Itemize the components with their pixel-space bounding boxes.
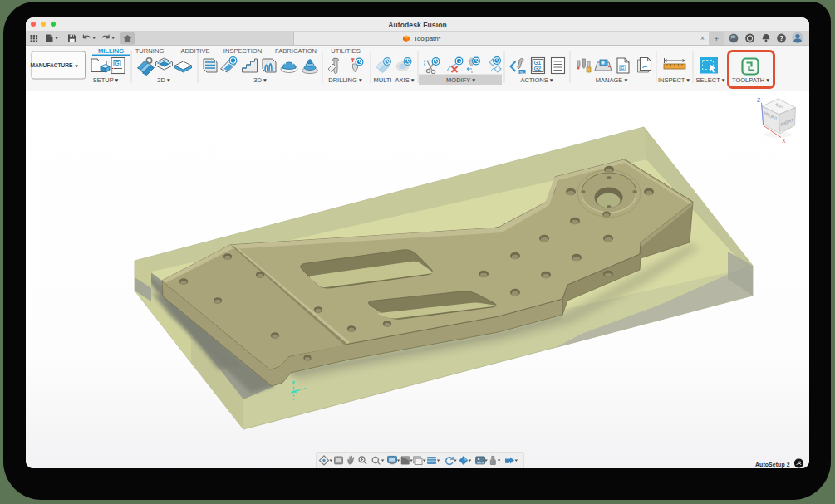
svg-text:MODIFY ▾: MODIFY ▾: [446, 76, 475, 84]
svg-text:ACTIONS ▾: ACTIONS ▾: [520, 76, 553, 84]
svg-text:FABRICATION: FABRICATION: [275, 47, 317, 55]
svg-text:G2: G2: [534, 66, 542, 71]
svg-text:NC: NC: [520, 71, 526, 75]
svg-text:TOOLPATH ▾: TOOLPATH ▾: [732, 76, 769, 84]
svg-text:UTILITIES: UTILITIES: [331, 47, 360, 55]
svg-text:G: G: [115, 61, 120, 66]
svg-text:X: X: [782, 138, 786, 144]
svg-text:?: ?: [779, 34, 783, 42]
svg-text:G: G: [621, 66, 624, 71]
svg-text:Z: Z: [757, 97, 761, 103]
svg-text:MULTI–AXIS ▾: MULTI–AXIS ▾: [373, 76, 414, 84]
svg-text:G1: G1: [534, 60, 542, 66]
svg-text:3D ▾: 3D ▾: [253, 76, 267, 84]
svg-text:ADDITIVE: ADDITIVE: [180, 47, 209, 55]
svg-text:DRILLING ▾: DRILLING ▾: [328, 76, 362, 84]
svg-text:+: +: [715, 34, 720, 43]
svg-text:Toolpath*: Toolpath*: [414, 35, 441, 42]
svg-text:×: ×: [700, 34, 705, 42]
svg-text:MANUFACTURE: MANUFACTURE: [31, 62, 74, 68]
svg-text:INSPECTION: INSPECTION: [223, 47, 262, 55]
svg-text:TURNING: TURNING: [135, 47, 165, 55]
svg-text:MILLING: MILLING: [98, 47, 124, 55]
svg-text:SETUP ▾: SETUP ▾: [93, 76, 119, 84]
svg-text:SELECT ▾: SELECT ▾: [696, 76, 725, 84]
svg-text:2D ▾: 2D ▾: [157, 76, 170, 84]
svg-text:MANAGE ▾: MANAGE ▾: [596, 76, 628, 84]
svg-text:INSPECT ▾: INSPECT ▾: [658, 76, 690, 84]
